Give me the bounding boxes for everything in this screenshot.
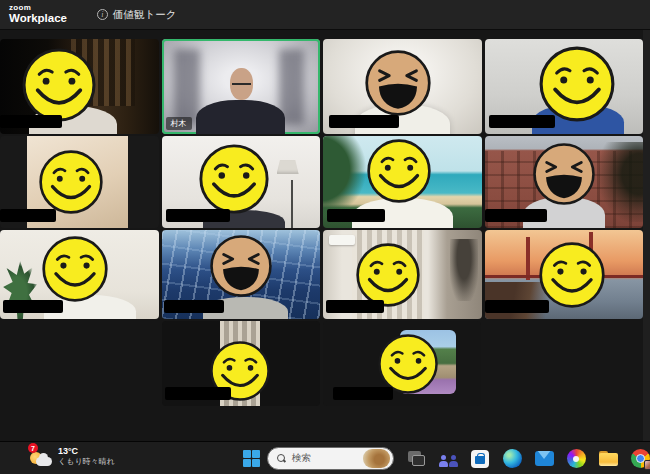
name-label-redacted (166, 209, 230, 222)
photos-icon (567, 449, 586, 468)
name-label-redacted (485, 300, 549, 313)
notification-badge: 7 (28, 443, 38, 453)
taskbar-app-icons (404, 442, 650, 474)
gallery-row-4 (0, 321, 643, 406)
participant-tile-12[interactable] (485, 230, 644, 319)
participant-tile-11[interactable] (323, 230, 482, 319)
name-label-redacted (164, 300, 224, 313)
mail-button[interactable] (532, 447, 556, 471)
participant-tile-6[interactable] (162, 136, 321, 228)
teams-chat-icon (439, 451, 458, 467)
mail-icon (535, 451, 554, 466)
smiley-face-overlay (198, 143, 270, 215)
participant-tile-10[interactable] (162, 230, 321, 319)
chrome-icon (631, 449, 650, 468)
participant-tile-14[interactable] (323, 321, 481, 406)
clothes-rack (450, 239, 479, 301)
zoom-meeting-window: zoom Workplace i 価値観トーク 村木 (0, 0, 650, 474)
windows-taskbar: 7 13°C くもり時々晴れ 検索 (0, 441, 650, 474)
teams-chat-button[interactable] (436, 447, 460, 471)
smiley-face-overlay (377, 333, 439, 395)
start-button[interactable] (243, 450, 260, 467)
bridge-tower (526, 237, 530, 280)
background-detail (174, 49, 199, 125)
zoom-workplace-logo: zoom Workplace (9, 4, 67, 25)
participant-tile-3[interactable] (323, 39, 482, 134)
participant-tile-7[interactable] (323, 136, 482, 228)
windows-logo-icon (252, 459, 260, 467)
name-label-redacted (0, 115, 62, 128)
chrome-button[interactable] (628, 447, 650, 471)
name-label-redacted (3, 300, 63, 313)
meeting-info[interactable]: i 価値観トーク (97, 8, 177, 22)
taskbar-search-input[interactable]: 検索 (267, 447, 394, 470)
task-view-icon (408, 451, 425, 466)
microsoft-store-icon (471, 450, 489, 468)
floor-lamp (291, 180, 293, 228)
participant-tile-5[interactable] (0, 136, 159, 228)
search-icon (277, 454, 286, 463)
windows-logo-icon (243, 450, 251, 458)
search-placeholder: 検索 (292, 452, 363, 465)
name-label-redacted (489, 115, 555, 128)
participant-body (196, 100, 285, 134)
laughing-face-overlay (209, 234, 273, 298)
window-edge (643, 30, 650, 441)
air-conditioner (329, 235, 355, 245)
laughing-face-overlay (532, 142, 596, 206)
smiley-face-overlay (38, 149, 104, 215)
temperature: 13°C (58, 446, 115, 457)
chrome-profile-thumbnail (644, 460, 650, 470)
edge-icon (503, 449, 522, 468)
participant-tile-2-active-speaker[interactable]: 村木 (162, 39, 321, 134)
windows-logo-icon (243, 459, 251, 467)
laughing-face-overlay (364, 49, 432, 117)
gallery-row-3 (0, 230, 643, 319)
task-view-button[interactable] (404, 447, 428, 471)
name-label-redacted (326, 300, 384, 313)
smiley-face-overlay (41, 235, 109, 303)
weather-text: 13°C くもり時々晴れ (58, 446, 115, 467)
zoom-title-bar: zoom Workplace i 価値観トーク (0, 0, 650, 30)
weather-icon: 7 (30, 446, 52, 466)
microsoft-store-button[interactable] (468, 447, 492, 471)
smiley-face-overlay (21, 47, 97, 123)
glasses (232, 83, 251, 88)
name-label-redacted (329, 115, 399, 128)
name-label-redacted (165, 387, 231, 400)
name-label-redacted (333, 387, 393, 400)
smiley-face-overlay (355, 242, 421, 308)
edge-button[interactable] (500, 447, 524, 471)
video-gallery: 村木 (0, 30, 650, 441)
smiley-face-overlay (538, 45, 616, 123)
info-circle-icon[interactable]: i (97, 9, 108, 20)
cloud-icon (36, 457, 52, 466)
photos-button[interactable] (564, 447, 588, 471)
gallery-row-2 (0, 136, 643, 228)
file-explorer-button[interactable] (596, 447, 620, 471)
file-explorer-icon (599, 451, 618, 466)
windows-logo-icon (252, 450, 260, 458)
participant-name-label: 村木 (166, 117, 192, 130)
participant-tile-9[interactable] (0, 230, 159, 319)
logo-text-zoom: zoom (9, 4, 67, 12)
meeting-title: 価値観トーク (113, 8, 177, 22)
smiley-face-overlay (538, 241, 606, 309)
name-label-redacted (485, 209, 547, 222)
logo-text-workplace: Workplace (9, 13, 67, 25)
name-label-redacted (327, 209, 385, 222)
floor-lamp-shade (277, 160, 299, 174)
participant-tile-1[interactable] (0, 39, 159, 134)
gallery-row-1: 村木 (0, 39, 643, 134)
smiley-face-overlay (366, 138, 432, 204)
participant-tile-13[interactable] (162, 321, 320, 406)
weather-condition: くもり時々晴れ (58, 457, 115, 467)
participant-tile-4[interactable] (485, 39, 644, 134)
widgets-weather-button[interactable]: 7 13°C くもり時々晴れ (30, 446, 115, 467)
search-daily-image[interactable] (363, 449, 390, 468)
name-label-redacted (0, 209, 56, 222)
participant-tile-8[interactable] (485, 136, 644, 228)
